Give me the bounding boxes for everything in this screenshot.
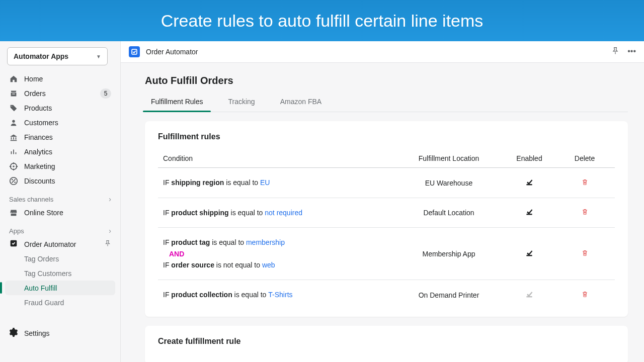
bars-icon	[9, 147, 18, 156]
home-icon	[9, 74, 18, 83]
tab-fulfillment-rules[interactable]: Fulfillment Rules	[147, 93, 207, 112]
condition-text: IF product shipping is equal to not requ…	[163, 207, 398, 218]
condition-text: IF order source is not equal to web	[163, 259, 398, 270]
svg-point-4	[12, 178, 13, 180]
col-delete: Delete	[559, 154, 610, 162]
delete-button[interactable]	[581, 208, 589, 217]
sidebar: Automator Apps ▼ HomeOrders5ProductsCust…	[0, 41, 121, 362]
tab-amazon-fba[interactable]: Amazon FBA	[276, 93, 326, 112]
sidebar-item-label: Analytics	[24, 148, 52, 156]
section-apps-label: Apps	[9, 227, 24, 235]
svg-point-5	[14, 182, 16, 183]
rules-card: Fulfillment rules Condition Fulfillment …	[145, 121, 628, 316]
more-icon[interactable]: •••	[627, 47, 636, 57]
sidebar-item-label: Customers	[24, 119, 58, 127]
condition-text: IF product collection is equal to T-Shir…	[163, 289, 398, 300]
topbar-title: Order Automator	[146, 48, 198, 56]
sidebar-item-order-automator[interactable]: Order Automator	[5, 237, 115, 251]
bank-icon	[9, 133, 18, 142]
sidebar-subitem-tag-customers[interactable]: Tag Customers	[5, 266, 115, 281]
sidebar-subitem-fraud-guard[interactable]: Fraud Guard	[5, 295, 115, 310]
sidebar-item-label: Marketing	[24, 162, 55, 170]
sidebar-item-label: Discounts	[24, 177, 55, 185]
sidebar-subitem-auto-fulfill[interactable]: Auto Fulfill	[5, 281, 115, 295]
sidebar-item-label: Settings	[24, 329, 50, 337]
chevron-down-icon: ▼	[96, 54, 101, 59]
sidebar-item-orders[interactable]: Orders5	[5, 86, 115, 101]
card-title: Create fulfillment rule	[158, 337, 615, 346]
sidebar-item-settings[interactable]: Settings	[5, 326, 115, 340]
tabs: Fulfillment RulesTrackingAmazon FBA	[145, 93, 628, 112]
col-location: Fulfillment Location	[398, 154, 499, 162]
sidebar-item-customers[interactable]: Customers	[5, 115, 115, 130]
target-icon	[9, 162, 18, 171]
chevron-right-icon[interactable]: ›	[109, 195, 111, 203]
orders-icon	[9, 89, 18, 98]
delete-button[interactable]	[581, 178, 589, 188]
rule-location: EU Warehouse	[398, 179, 499, 187]
topbar: Order Automator •••	[121, 41, 644, 63]
sidebar-item-label: Products	[24, 104, 52, 112]
store-selector-label: Automator Apps	[14, 52, 68, 60]
sidebar-item-marketing[interactable]: Marketing	[5, 159, 115, 173]
hero-banner: Create rules to auto fulfill certain lin…	[0, 0, 644, 41]
enabled-toggle[interactable]	[525, 208, 533, 217]
sidebar-item-finances[interactable]: Finances	[5, 130, 115, 144]
tab-tracking[interactable]: Tracking	[224, 93, 259, 112]
app-icon	[9, 239, 18, 249]
rule-location: Membership App	[398, 250, 499, 258]
rule-location: On Demand Printer	[398, 291, 499, 299]
col-condition: Condition	[163, 154, 398, 162]
rule-row: IF product collection is equal to T-Shir…	[158, 280, 615, 309]
enabled-toggle[interactable]	[525, 249, 533, 258]
condition-text: IF shipping region is equal to EU	[163, 177, 398, 188]
sidebar-item-products[interactable]: Products	[5, 101, 115, 115]
col-enabled: Enabled	[499, 154, 559, 162]
and-operator: AND	[163, 248, 398, 259]
sidebar-item-label: Home	[24, 75, 43, 83]
sidebar-item-discounts[interactable]: Discounts	[5, 173, 115, 188]
create-rule-card: Create fulfillment rule	[145, 326, 628, 362]
svg-rect-9	[526, 214, 532, 215]
delete-button[interactable]	[581, 290, 589, 300]
rule-row: IF product shipping is equal to not requ…	[158, 198, 615, 228]
app-logo-icon	[129, 46, 140, 57]
sidebar-item-online-store[interactable]: Online Store	[5, 205, 115, 220]
sidebar-item-home[interactable]: Home	[5, 71, 115, 86]
section-sales-label: Sales channels	[9, 196, 53, 203]
condition-text: IF product tag is equal to membership	[163, 237, 398, 248]
svg-rect-8	[526, 184, 532, 185]
svg-rect-10	[526, 255, 532, 256]
delete-button[interactable]	[581, 249, 589, 258]
sidebar-item-label: Online Store	[24, 209, 63, 217]
rule-row: IF shipping region is equal to EUEU Ware…	[158, 168, 615, 198]
user-icon	[9, 118, 18, 127]
sidebar-item-label: Order Automator	[24, 240, 76, 248]
store-icon	[9, 208, 18, 217]
table-header: Condition Fulfillment Location Enabled D…	[158, 152, 615, 168]
svg-point-0	[12, 120, 15, 122]
card-title: Fulfillment rules	[158, 132, 615, 141]
tag-icon	[9, 104, 18, 113]
enabled-toggle[interactable]	[525, 290, 533, 300]
rule-row: IF product tag is equal to membershipAND…	[158, 228, 615, 280]
svg-point-2	[13, 165, 15, 167]
sidebar-item-analytics[interactable]: Analytics	[5, 144, 115, 159]
page-title: Auto Fulfill Orders	[145, 75, 628, 86]
svg-rect-11	[526, 296, 532, 297]
store-selector[interactable]: Automator Apps ▼	[7, 47, 108, 65]
sidebar-item-label: Orders	[24, 89, 46, 98]
rule-location: Default Location	[398, 209, 499, 217]
sidebar-item-label: Finances	[24, 133, 53, 141]
pin-icon[interactable]	[611, 47, 619, 57]
gear-icon	[9, 328, 18, 338]
percent-icon	[9, 176, 18, 186]
badge: 5	[100, 88, 111, 99]
chevron-right-icon[interactable]: ›	[109, 227, 111, 235]
sidebar-subitem-tag-orders[interactable]: Tag Orders	[5, 251, 115, 266]
pin-icon[interactable]	[104, 240, 111, 248]
enabled-toggle[interactable]	[525, 178, 533, 188]
